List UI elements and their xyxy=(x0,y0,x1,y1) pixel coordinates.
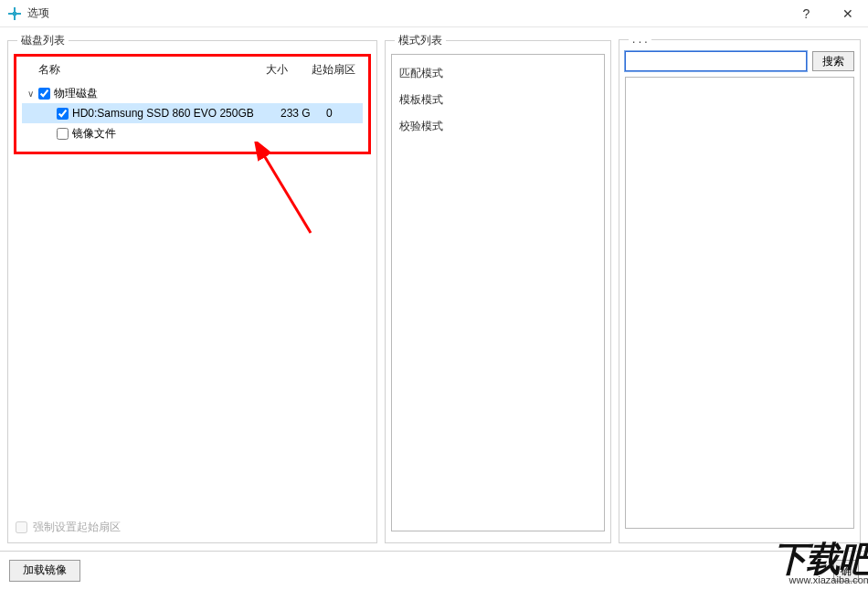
force-start-sector-checkbox xyxy=(16,521,27,533)
force-start-sector-label: 强制设置起始扇区 xyxy=(33,520,121,535)
search-row: 搜索 xyxy=(625,51,854,71)
mode-item-template[interactable]: 模板模式 xyxy=(399,87,597,113)
search-input[interactable] xyxy=(625,51,807,71)
disk-columns-header: 名称 大小 起始扇区 xyxy=(22,60,363,83)
mode-list-panel: 模式列表 匹配模式 模板模式 校验模式 xyxy=(385,33,611,543)
col-sector: 起始扇区 xyxy=(312,62,363,78)
load-image-button[interactable]: 加载镜像 xyxy=(9,560,80,582)
image-file-label: 镜像文件 xyxy=(72,126,363,142)
help-button[interactable]: ? xyxy=(786,0,827,27)
disk-tree-empty-area xyxy=(14,154,371,516)
close-button[interactable]: ✕ xyxy=(827,0,868,27)
mode-item-verify[interactable]: 校验模式 xyxy=(399,113,597,140)
app-icon xyxy=(7,6,22,21)
svg-rect-1 xyxy=(14,16,16,20)
search-results-list[interactable] xyxy=(625,77,854,529)
tree-row-image[interactable]: 镜像文件 xyxy=(22,123,363,143)
physical-disk-checkbox[interactable] xyxy=(38,88,50,100)
ok-button-partial[interactable]: 确 xyxy=(833,560,859,582)
hd0-label: HD0:Samsung SSD 860 EVO 250GB xyxy=(72,107,281,120)
physical-disk-label: 物理磁盘 xyxy=(54,86,363,101)
image-file-checkbox[interactable] xyxy=(57,128,69,140)
hd0-checkbox[interactable] xyxy=(57,108,69,120)
svg-rect-4 xyxy=(13,12,16,16)
mode-item-match[interactable]: 匹配模式 xyxy=(399,60,597,87)
search-panel-legend: . . . xyxy=(629,33,651,46)
force-start-sector-row: 强制设置起始扇区 xyxy=(14,516,371,537)
bottom-bar: 加载镜像 确 xyxy=(0,551,868,589)
disk-list-legend: 磁盘列表 xyxy=(17,33,69,48)
tree-row-hd0[interactable]: HD0:Samsung SSD 860 EVO 250GB 233 G 0 xyxy=(22,103,363,123)
search-button[interactable]: 搜索 xyxy=(812,51,854,71)
main-content: 磁盘列表 名称 大小 起始扇区 ∨ 物理磁盘 HD0:Samsung SSD 8… xyxy=(0,27,868,543)
tree-row-physical[interactable]: ∨ 物理磁盘 xyxy=(22,83,363,103)
window-title: 选项 xyxy=(27,5,49,21)
disk-tree-highlight: 名称 大小 起始扇区 ∨ 物理磁盘 HD0:Samsung SSD 860 EV… xyxy=(14,54,371,154)
disk-list-panel: 磁盘列表 名称 大小 起始扇区 ∨ 物理磁盘 HD0:Samsung SSD 8… xyxy=(7,33,377,543)
mode-list-legend: 模式列表 xyxy=(395,33,446,48)
hd0-size: 233 G xyxy=(281,107,326,120)
svg-rect-0 xyxy=(14,7,16,12)
titlebar: 选项 ? ✕ xyxy=(0,0,868,27)
hd0-sector: 0 xyxy=(326,107,363,120)
mode-list[interactable]: 匹配模式 模板模式 校验模式 xyxy=(391,54,605,531)
col-size: 大小 xyxy=(266,62,312,78)
chevron-down-icon[interactable]: ∨ xyxy=(24,89,37,99)
svg-rect-3 xyxy=(16,13,21,15)
col-name: 名称 xyxy=(38,62,266,78)
search-panel: . . . 搜索 xyxy=(619,33,861,543)
svg-rect-2 xyxy=(8,13,13,15)
